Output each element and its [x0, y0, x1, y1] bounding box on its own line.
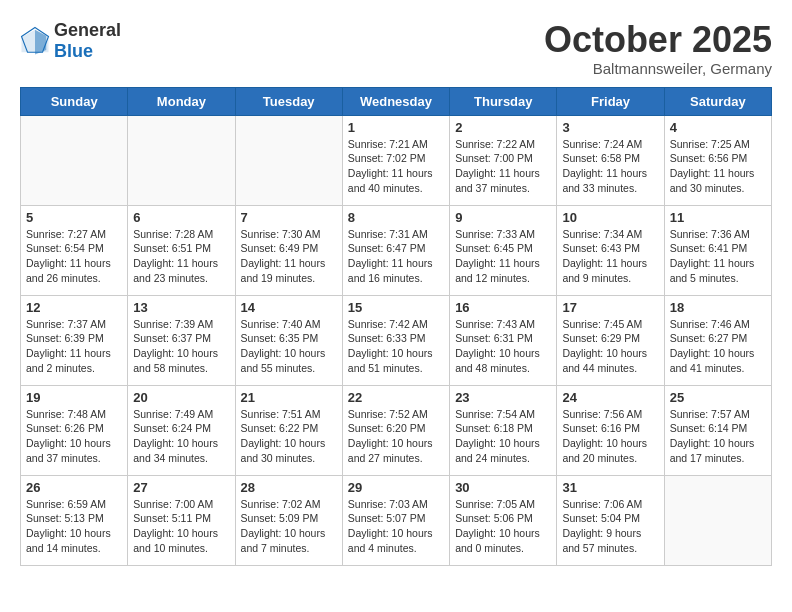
day-info-line: Sunrise: 7:39 AM — [133, 318, 213, 330]
calendar-cell: 27Sunrise: 7:00 AMSunset: 5:11 PMDayligh… — [128, 475, 235, 565]
day-info-line: and 41 minutes. — [670, 362, 745, 374]
day-info-line: and 16 minutes. — [348, 272, 423, 284]
day-info-line: Sunset: 5:04 PM — [562, 512, 640, 524]
day-number: 19 — [26, 390, 122, 405]
day-info: Sunrise: 7:30 AMSunset: 6:49 PMDaylight:… — [241, 227, 337, 286]
day-info-line: and 4 minutes. — [348, 542, 417, 554]
day-info-line: and 37 minutes. — [455, 182, 530, 194]
day-info-line: Sunset: 6:45 PM — [455, 242, 533, 254]
day-info-line: Daylight: 10 hours — [348, 437, 433, 449]
day-number: 28 — [241, 480, 337, 495]
day-info-line: Sunrise: 7:48 AM — [26, 408, 106, 420]
calendar-cell: 3Sunrise: 7:24 AMSunset: 6:58 PMDaylight… — [557, 115, 664, 205]
day-number: 20 — [133, 390, 229, 405]
week-row-5: 26Sunrise: 6:59 AMSunset: 5:13 PMDayligh… — [21, 475, 772, 565]
calendar-cell: 30Sunrise: 7:05 AMSunset: 5:06 PMDayligh… — [450, 475, 557, 565]
calendar-cell: 17Sunrise: 7:45 AMSunset: 6:29 PMDayligh… — [557, 295, 664, 385]
day-number: 4 — [670, 120, 766, 135]
day-info: Sunrise: 7:52 AMSunset: 6:20 PMDaylight:… — [348, 407, 444, 466]
day-number: 16 — [455, 300, 551, 315]
day-info-line: Sunset: 6:22 PM — [241, 422, 319, 434]
day-info-line: Daylight: 11 hours — [348, 167, 433, 179]
day-info-line: and 0 minutes. — [455, 542, 524, 554]
day-info-line: and 19 minutes. — [241, 272, 316, 284]
day-number: 15 — [348, 300, 444, 315]
logo-text: General Blue — [54, 20, 121, 62]
day-number: 9 — [455, 210, 551, 225]
logo: General Blue — [20, 20, 121, 62]
day-info-line: Daylight: 9 hours — [562, 527, 641, 539]
day-info-line: Daylight: 11 hours — [26, 347, 111, 359]
calendar-cell — [128, 115, 235, 205]
calendar-cell: 20Sunrise: 7:49 AMSunset: 6:24 PMDayligh… — [128, 385, 235, 475]
day-info-line: Daylight: 11 hours — [670, 167, 755, 179]
day-info: Sunrise: 7:34 AMSunset: 6:43 PMDaylight:… — [562, 227, 658, 286]
calendar-cell: 14Sunrise: 7:40 AMSunset: 6:35 PMDayligh… — [235, 295, 342, 385]
day-info-line: Sunrise: 7:05 AM — [455, 498, 535, 510]
day-info-line: Daylight: 10 hours — [26, 437, 111, 449]
day-number: 25 — [670, 390, 766, 405]
day-info-line: Sunset: 6:14 PM — [670, 422, 748, 434]
day-info-line: Sunset: 6:58 PM — [562, 152, 640, 164]
day-info-line: Sunset: 5:07 PM — [348, 512, 426, 524]
week-row-2: 5Sunrise: 7:27 AMSunset: 6:54 PMDaylight… — [21, 205, 772, 295]
calendar-cell — [235, 115, 342, 205]
page-header: General Blue October 2025 Baltmannsweile… — [20, 20, 772, 77]
day-info-line: Sunrise: 7:52 AM — [348, 408, 428, 420]
day-info-line: and 57 minutes. — [562, 542, 637, 554]
day-info-line: and 48 minutes. — [455, 362, 530, 374]
day-header-friday: Friday — [557, 87, 664, 115]
day-info-line: and 5 minutes. — [670, 272, 739, 284]
day-number: 14 — [241, 300, 337, 315]
day-number: 31 — [562, 480, 658, 495]
day-info-line: and 7 minutes. — [241, 542, 310, 554]
day-info-line: Sunrise: 7:51 AM — [241, 408, 321, 420]
day-info-line: Sunrise: 7:43 AM — [455, 318, 535, 330]
day-info-line: Sunrise: 7:57 AM — [670, 408, 750, 420]
calendar-cell: 23Sunrise: 7:54 AMSunset: 6:18 PMDayligh… — [450, 385, 557, 475]
calendar-cell: 15Sunrise: 7:42 AMSunset: 6:33 PMDayligh… — [342, 295, 449, 385]
day-info: Sunrise: 7:03 AMSunset: 5:07 PMDaylight:… — [348, 497, 444, 556]
day-info-line: Daylight: 10 hours — [562, 437, 647, 449]
day-info-line: Sunset: 6:31 PM — [455, 332, 533, 344]
calendar-cell: 21Sunrise: 7:51 AMSunset: 6:22 PMDayligh… — [235, 385, 342, 475]
day-info-line: Sunrise: 7:24 AM — [562, 138, 642, 150]
day-info-line: and 34 minutes. — [133, 452, 208, 464]
day-info-line: Daylight: 10 hours — [26, 527, 111, 539]
day-number: 7 — [241, 210, 337, 225]
day-info-line: Sunset: 6:47 PM — [348, 242, 426, 254]
day-number: 24 — [562, 390, 658, 405]
day-info: Sunrise: 7:05 AMSunset: 5:06 PMDaylight:… — [455, 497, 551, 556]
day-info-line: Sunset: 6:41 PM — [670, 242, 748, 254]
day-info-line: Sunset: 6:26 PM — [26, 422, 104, 434]
day-info: Sunrise: 7:22 AMSunset: 7:00 PMDaylight:… — [455, 137, 551, 196]
day-info: Sunrise: 7:36 AMSunset: 6:41 PMDaylight:… — [670, 227, 766, 286]
day-header-sunday: Sunday — [21, 87, 128, 115]
day-number: 18 — [670, 300, 766, 315]
day-info-line: Sunset: 6:49 PM — [241, 242, 319, 254]
day-info-line: Sunrise: 7:30 AM — [241, 228, 321, 240]
calendar-cell: 9Sunrise: 7:33 AMSunset: 6:45 PMDaylight… — [450, 205, 557, 295]
logo-general: General — [54, 20, 121, 40]
calendar-cell: 25Sunrise: 7:57 AMSunset: 6:14 PMDayligh… — [664, 385, 771, 475]
calendar-cell: 10Sunrise: 7:34 AMSunset: 6:43 PMDayligh… — [557, 205, 664, 295]
day-info-line: Sunrise: 7:36 AM — [670, 228, 750, 240]
day-info: Sunrise: 7:46 AMSunset: 6:27 PMDaylight:… — [670, 317, 766, 376]
day-info-line: Daylight: 10 hours — [133, 527, 218, 539]
day-info-line: Daylight: 11 hours — [562, 257, 647, 269]
day-info: Sunrise: 7:24 AMSunset: 6:58 PMDaylight:… — [562, 137, 658, 196]
day-header-monday: Monday — [128, 87, 235, 115]
day-info: Sunrise: 7:49 AMSunset: 6:24 PMDaylight:… — [133, 407, 229, 466]
day-number: 22 — [348, 390, 444, 405]
day-info-line: Sunset: 6:54 PM — [26, 242, 104, 254]
day-info-line: Sunrise: 7:42 AM — [348, 318, 428, 330]
day-info-line: Sunrise: 7:31 AM — [348, 228, 428, 240]
day-info-line: Sunrise: 7:22 AM — [455, 138, 535, 150]
day-info-line: Daylight: 10 hours — [241, 347, 326, 359]
day-info-line: Daylight: 11 hours — [133, 257, 218, 269]
day-header-wednesday: Wednesday — [342, 87, 449, 115]
logo-blue: Blue — [54, 41, 93, 61]
day-info-line: Sunset: 6:18 PM — [455, 422, 533, 434]
day-info-line: Sunset: 5:11 PM — [133, 512, 211, 524]
day-info-line: Sunrise: 7:25 AM — [670, 138, 750, 150]
